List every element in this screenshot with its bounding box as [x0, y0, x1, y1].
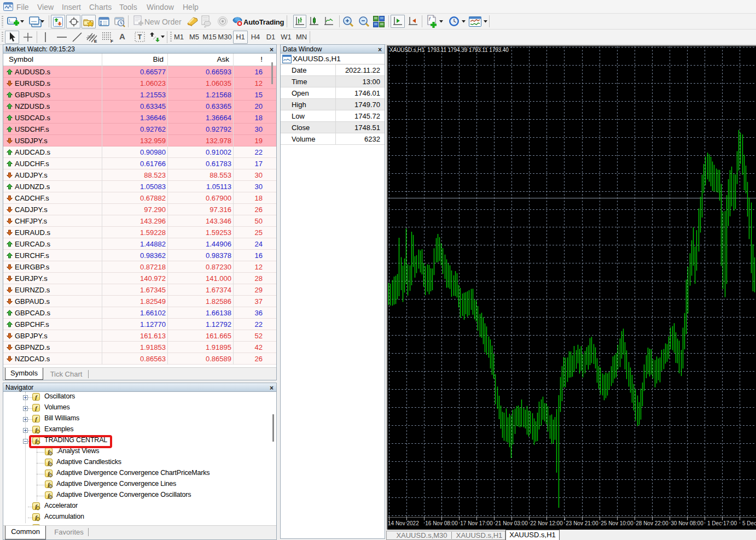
svg-text:T: T [138, 33, 142, 41]
svg-text:E: E [94, 39, 97, 43]
svg-text:F: F [111, 39, 113, 43]
